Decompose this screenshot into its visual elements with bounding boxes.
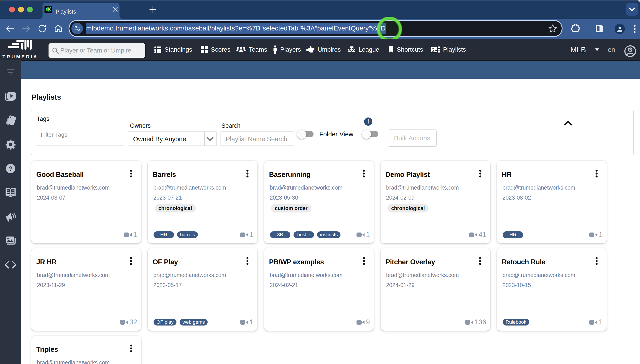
svg-text:?: ? <box>9 165 12 172</box>
